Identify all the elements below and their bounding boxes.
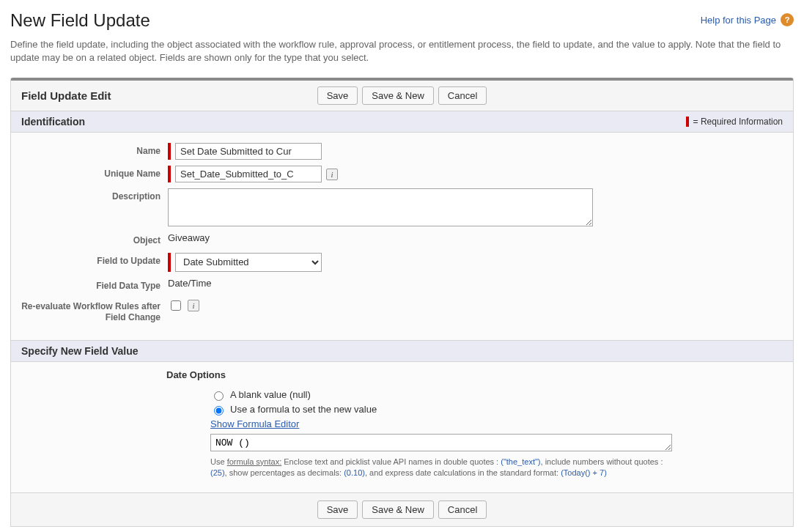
object-value: Giveaway	[168, 232, 783, 243]
required-info: = Required Information	[686, 117, 783, 127]
radio-formula-label: Use a formula to set the new value	[230, 404, 377, 415]
radio-use-formula[interactable]	[214, 406, 224, 415]
help-icon: ?	[781, 13, 794, 26]
cancel-button[interactable]: Cancel	[438, 500, 487, 519]
field-data-type-value: Date/Time	[168, 278, 783, 289]
required-marker-icon	[168, 253, 171, 272]
info-icon[interactable]: i	[326, 169, 338, 180]
required-marker-icon	[168, 166, 171, 182]
formula-hint: Use formula syntax: Enclose text and pic…	[210, 457, 679, 479]
label-reevaluate: Re-evaluate Workflow Rules after Field C…	[21, 298, 168, 324]
label-object: Object	[21, 232, 168, 247]
save-button[interactable]: Save	[317, 86, 358, 105]
date-options-title: Date Options	[166, 369, 793, 380]
label-description: Description	[21, 188, 168, 203]
radio-blank-label: A blank value (null)	[230, 389, 311, 400]
show-formula-editor-link[interactable]: Show Formula Editor	[210, 418, 299, 429]
field-to-update-select[interactable]: Date Submitted	[175, 253, 322, 272]
save-button[interactable]: Save	[317, 500, 358, 519]
identification-header: Identification	[21, 116, 85, 128]
info-icon[interactable]: i	[188, 300, 199, 311]
field-update-panel: Field Update Edit Save Save & New Cancel…	[10, 78, 794, 526]
help-link-label: Help for this Page	[701, 15, 776, 26]
help-link[interactable]: Help for this Page ?	[701, 13, 794, 26]
new-value-header: Specify New Field Value	[21, 345, 139, 357]
label-field-data-type: Field Data Type	[21, 278, 168, 292]
name-input[interactable]	[175, 143, 322, 160]
save-and-new-button[interactable]: Save & New	[362, 500, 434, 519]
radio-blank-value[interactable]	[214, 391, 224, 401]
required-bar-icon	[686, 117, 689, 127]
panel-title: Field Update Edit	[21, 89, 241, 102]
reevaluate-checkbox[interactable]	[171, 300, 181, 311]
label-unique-name: Unique Name	[21, 166, 168, 180]
page-title: New Field Update	[10, 10, 150, 31]
required-marker-icon	[168, 143, 171, 160]
description-input[interactable]	[168, 188, 593, 226]
label-name: Name	[21, 143, 168, 158]
unique-name-input[interactable]	[175, 166, 322, 182]
save-and-new-button[interactable]: Save & New	[362, 86, 434, 105]
label-field-to-update: Field to Update	[21, 253, 168, 267]
cancel-button[interactable]: Cancel	[438, 86, 487, 105]
formula-input[interactable]: NOW ()	[210, 434, 672, 451]
page-intro: Define the field update, including the o…	[10, 38, 794, 64]
